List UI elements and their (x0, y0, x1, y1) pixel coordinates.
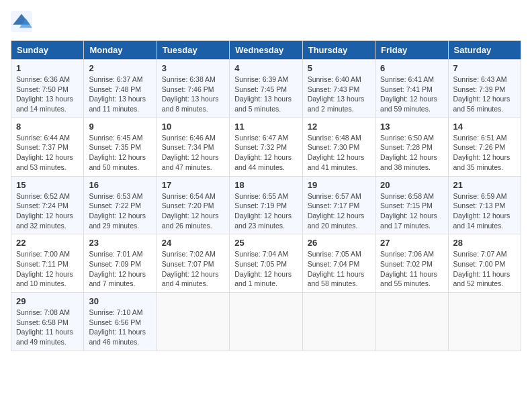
day-info: Sunrise: 7:01 AM Sunset: 7:09 PM Dayligh… (89, 249, 151, 289)
calendar-day-cell: 3Sunrise: 6:38 AM Sunset: 7:46 PM Daylig… (157, 60, 229, 118)
calendar-day-cell: 26Sunrise: 7:05 AM Sunset: 7:04 PM Dayli… (302, 234, 375, 293)
calendar-day-cell: 18Sunrise: 6:55 AM Sunset: 7:19 PM Dayli… (230, 176, 302, 234)
logo (11, 11, 36, 32)
calendar-day-cell: 16Sunrise: 6:53 AM Sunset: 7:22 PM Dayli… (84, 176, 157, 234)
day-number: 27 (380, 238, 443, 248)
day-number: 22 (16, 238, 79, 248)
calendar-day-cell: 19Sunrise: 6:57 AM Sunset: 7:17 PM Dayli… (302, 176, 375, 234)
calendar-day-cell: 17Sunrise: 6:54 AM Sunset: 7:20 PM Dayli… (157, 176, 229, 234)
calendar-day-cell: 24Sunrise: 7:02 AM Sunset: 7:07 PM Dayli… (157, 234, 229, 293)
day-number: 13 (380, 122, 443, 132)
calendar-day-cell (302, 293, 375, 351)
logo-icon (11, 11, 32, 32)
calendar-table: SundayMondayTuesdayWednesdayThursdayFrid… (11, 40, 521, 351)
day-number: 20 (380, 180, 443, 190)
day-info: Sunrise: 6:54 AM Sunset: 7:20 PM Dayligh… (162, 191, 224, 231)
day-number: 24 (162, 238, 224, 248)
calendar-day-cell: 6Sunrise: 6:41 AM Sunset: 7:41 PM Daylig… (375, 60, 448, 118)
day-info: Sunrise: 6:40 AM Sunset: 7:43 PM Dayligh… (308, 75, 370, 114)
day-number: 2 (89, 63, 151, 73)
calendar-day-cell: 22Sunrise: 7:00 AM Sunset: 7:11 PM Dayli… (11, 234, 84, 293)
calendar-day-cell (230, 293, 302, 351)
day-number: 21 (453, 180, 516, 190)
weekday-header-saturday: Saturday (448, 41, 521, 60)
day-number: 8 (16, 122, 79, 132)
calendar-day-cell: 2Sunrise: 6:37 AM Sunset: 7:48 PM Daylig… (84, 60, 157, 118)
calendar-week-row: 22Sunrise: 7:00 AM Sunset: 7:11 PM Dayli… (11, 234, 521, 293)
day-info: Sunrise: 6:47 AM Sunset: 7:32 PM Dayligh… (234, 133, 297, 173)
day-number: 10 (162, 122, 224, 132)
calendar-day-cell: 7Sunrise: 6:43 AM Sunset: 7:39 PM Daylig… (448, 60, 521, 118)
day-number: 19 (308, 180, 370, 190)
day-info: Sunrise: 6:59 AM Sunset: 7:13 PM Dayligh… (453, 191, 516, 231)
calendar-day-cell: 27Sunrise: 7:06 AM Sunset: 7:02 PM Dayli… (375, 234, 448, 293)
day-number: 16 (89, 180, 151, 190)
calendar-day-cell: 14Sunrise: 6:51 AM Sunset: 7:26 PM Dayli… (448, 118, 521, 176)
calendar-day-cell: 5Sunrise: 6:40 AM Sunset: 7:43 PM Daylig… (302, 60, 375, 118)
day-number: 7 (453, 63, 516, 73)
day-info: Sunrise: 6:45 AM Sunset: 7:35 PM Dayligh… (89, 133, 151, 173)
calendar-day-cell: 20Sunrise: 6:58 AM Sunset: 7:15 PM Dayli… (375, 176, 448, 234)
calendar-day-cell: 13Sunrise: 6:50 AM Sunset: 7:28 PM Dayli… (375, 118, 448, 176)
day-info: Sunrise: 7:08 AM Sunset: 6:58 PM Dayligh… (16, 308, 79, 347)
day-number: 25 (234, 238, 297, 248)
day-info: Sunrise: 6:50 AM Sunset: 7:28 PM Dayligh… (380, 133, 443, 173)
calendar-week-row: 8Sunrise: 6:44 AM Sunset: 7:37 PM Daylig… (11, 118, 521, 176)
day-number: 18 (234, 180, 297, 190)
calendar-day-cell (157, 293, 229, 351)
day-number: 30 (89, 296, 151, 306)
calendar-day-cell: 23Sunrise: 7:01 AM Sunset: 7:09 PM Dayli… (84, 234, 157, 293)
day-number: 4 (234, 63, 297, 73)
day-number: 14 (453, 122, 516, 132)
calendar-day-cell: 11Sunrise: 6:47 AM Sunset: 7:32 PM Dayli… (230, 118, 302, 176)
weekday-header-friday: Friday (375, 41, 448, 60)
weekday-header-tuesday: Tuesday (157, 41, 229, 60)
calendar-day-cell: 12Sunrise: 6:48 AM Sunset: 7:30 PM Dayli… (302, 118, 375, 176)
day-info: Sunrise: 6:39 AM Sunset: 7:45 PM Dayligh… (234, 75, 297, 114)
day-number: 1 (16, 63, 79, 73)
calendar-day-cell: 8Sunrise: 6:44 AM Sunset: 7:37 PM Daylig… (11, 118, 84, 176)
day-info: Sunrise: 6:52 AM Sunset: 7:24 PM Dayligh… (16, 191, 79, 231)
weekday-header-monday: Monday (84, 41, 157, 60)
day-number: 9 (89, 122, 151, 132)
day-info: Sunrise: 6:41 AM Sunset: 7:41 PM Dayligh… (380, 75, 443, 114)
day-number: 29 (16, 296, 79, 306)
day-number: 15 (16, 180, 79, 190)
day-info: Sunrise: 7:06 AM Sunset: 7:02 PM Dayligh… (380, 249, 443, 289)
calendar-day-cell: 25Sunrise: 7:04 AM Sunset: 7:05 PM Dayli… (230, 234, 302, 293)
day-info: Sunrise: 6:48 AM Sunset: 7:30 PM Dayligh… (308, 133, 370, 173)
day-number: 6 (380, 63, 443, 73)
day-info: Sunrise: 6:38 AM Sunset: 7:46 PM Dayligh… (162, 75, 224, 114)
day-number: 26 (308, 238, 370, 248)
day-info: Sunrise: 7:04 AM Sunset: 7:05 PM Dayligh… (234, 249, 297, 289)
calendar-day-cell: 9Sunrise: 6:45 AM Sunset: 7:35 PM Daylig… (84, 118, 157, 176)
day-number: 3 (162, 63, 224, 73)
day-info: Sunrise: 7:05 AM Sunset: 7:04 PM Dayligh… (308, 249, 370, 289)
day-info: Sunrise: 7:00 AM Sunset: 7:11 PM Dayligh… (16, 249, 79, 289)
day-number: 17 (162, 180, 224, 190)
day-info: Sunrise: 6:57 AM Sunset: 7:17 PM Dayligh… (308, 191, 370, 231)
day-info: Sunrise: 7:02 AM Sunset: 7:07 PM Dayligh… (162, 249, 224, 289)
calendar-day-cell: 4Sunrise: 6:39 AM Sunset: 7:45 PM Daylig… (230, 60, 302, 118)
weekday-header-sunday: Sunday (11, 41, 84, 60)
calendar-day-cell: 10Sunrise: 6:46 AM Sunset: 7:34 PM Dayli… (157, 118, 229, 176)
calendar-day-cell: 21Sunrise: 6:59 AM Sunset: 7:13 PM Dayli… (448, 176, 521, 234)
calendar-day-cell: 30Sunrise: 7:10 AM Sunset: 6:56 PM Dayli… (84, 293, 157, 351)
day-info: Sunrise: 6:43 AM Sunset: 7:39 PM Dayligh… (453, 75, 516, 114)
weekday-header-wednesday: Wednesday (230, 41, 302, 60)
day-info: Sunrise: 6:53 AM Sunset: 7:22 PM Dayligh… (89, 191, 151, 231)
day-info: Sunrise: 6:37 AM Sunset: 7:48 PM Dayligh… (89, 75, 151, 114)
calendar-day-cell (375, 293, 448, 351)
day-number: 11 (234, 122, 297, 132)
day-info: Sunrise: 7:07 AM Sunset: 7:00 PM Dayligh… (453, 249, 516, 289)
day-info: Sunrise: 6:36 AM Sunset: 7:50 PM Dayligh… (16, 75, 79, 114)
day-info: Sunrise: 6:46 AM Sunset: 7:34 PM Dayligh… (162, 133, 224, 173)
calendar-day-cell: 29Sunrise: 7:08 AM Sunset: 6:58 PM Dayli… (11, 293, 84, 351)
calendar-day-cell: 28Sunrise: 7:07 AM Sunset: 7:00 PM Dayli… (448, 234, 521, 293)
calendar-week-row: 1Sunrise: 6:36 AM Sunset: 7:50 PM Daylig… (11, 60, 521, 118)
day-number: 28 (453, 238, 516, 248)
weekday-header-row: SundayMondayTuesdayWednesdayThursdayFrid… (11, 41, 521, 60)
calendar-week-row: 29Sunrise: 7:08 AM Sunset: 6:58 PM Dayli… (11, 293, 521, 351)
day-info: Sunrise: 6:44 AM Sunset: 7:37 PM Dayligh… (16, 133, 79, 173)
day-number: 12 (308, 122, 370, 132)
